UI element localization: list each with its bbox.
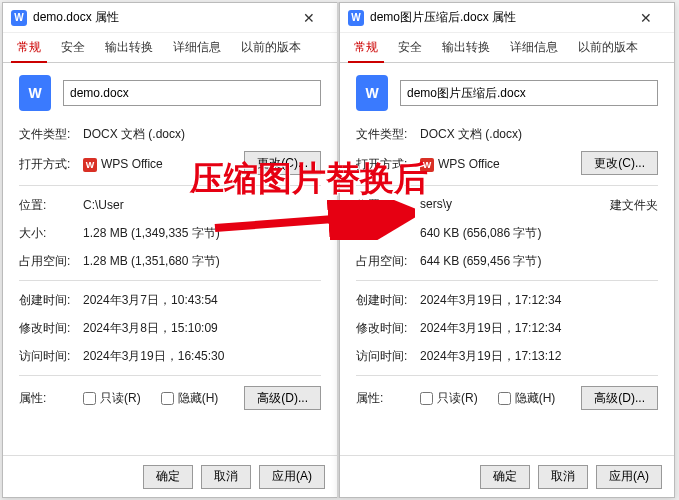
label-open: 打开方式: (19, 156, 83, 173)
wps-icon: W (83, 158, 97, 172)
close-icon[interactable]: ✕ (289, 4, 329, 32)
cancel-button[interactable]: 取消 (538, 465, 588, 489)
tab-previous[interactable]: 以前的版本 (568, 33, 648, 62)
value-size: 640 KB (656,086 字节) (420, 225, 658, 242)
label-size: 大小: (19, 225, 83, 242)
separator (356, 280, 658, 281)
window-title: demo.docx 属性 (33, 9, 289, 26)
label-loc: 位置: (356, 197, 420, 214)
separator (19, 280, 321, 281)
label-accessed: 访问时间: (19, 348, 83, 365)
hidden-checkbox[interactable]: 隐藏(H) (161, 390, 219, 407)
label-open: 打开方式: (356, 156, 420, 173)
value-modified: 2024年3月8日，15:10:09 (83, 320, 321, 337)
ok-button[interactable]: 确定 (143, 465, 193, 489)
value-open: WWPS Office (420, 157, 581, 172)
separator (356, 375, 658, 376)
label-type: 文件类型: (19, 126, 83, 143)
change-button[interactable]: 更改(C)... (244, 151, 321, 175)
tab-general[interactable]: 常规 (7, 33, 51, 62)
value-size: 1.28 MB (1,349,335 字节) (83, 225, 321, 242)
tab-general[interactable]: 常规 (344, 33, 388, 62)
label-modified: 修改时间: (19, 320, 83, 337)
readonly-checkbox[interactable]: 只读(R) (420, 390, 478, 407)
advanced-button[interactable]: 高级(D)... (244, 386, 321, 410)
value-disk: 644 KB (659,456 字节) (420, 253, 658, 270)
label-created: 创建时间: (356, 292, 420, 309)
label-modified: 修改时间: (356, 320, 420, 337)
label-disk: 占用空间: (356, 253, 420, 270)
properties-window-left: demo.docx 属性 ✕ 常规 安全 输出转换 详细信息 以前的版本 文件类… (2, 2, 338, 498)
footer: 确定 取消 应用(A) (3, 455, 337, 497)
wps-icon: W (420, 158, 434, 172)
value-accessed: 2024年3月19日，16:45:30 (83, 348, 321, 365)
footer: 确定 取消 应用(A) (340, 455, 674, 497)
filename-input[interactable] (400, 80, 658, 106)
properties-window-right: demo图片压缩后.docx 属性 ✕ 常规 安全 输出转换 详细信息 以前的版… (339, 2, 675, 498)
doc-icon (348, 10, 364, 26)
tab-output[interactable]: 输出转换 (432, 33, 500, 62)
close-icon[interactable]: ✕ (626, 4, 666, 32)
file-icon (356, 75, 388, 111)
label-type: 文件类型: (356, 126, 420, 143)
body: 文件类型:DOCX 文档 (.docx) 打开方式:WWPS Office更改(… (340, 63, 674, 455)
tabs: 常规 安全 输出转换 详细信息 以前的版本 (340, 33, 674, 63)
label-accessed: 访问时间: (356, 348, 420, 365)
readonly-checkbox[interactable]: 只读(R) (83, 390, 141, 407)
separator (19, 185, 321, 186)
apply-button[interactable]: 应用(A) (596, 465, 662, 489)
value-modified: 2024年3月19日，17:12:34 (420, 320, 658, 337)
filename-input[interactable] (63, 80, 321, 106)
label-attr: 属性: (19, 390, 83, 407)
label-attr: 属性: (356, 390, 420, 407)
label-disk: 占用空间: (19, 253, 83, 270)
value-created: 2024年3月19日，17:12:34 (420, 292, 658, 309)
separator (19, 375, 321, 376)
value-disk: 1.28 MB (1,351,680 字节) (83, 253, 321, 270)
file-icon (19, 75, 51, 111)
tab-security[interactable]: 安全 (51, 33, 95, 62)
label-size: 大小: (356, 225, 420, 242)
window-divider (337, 2, 339, 498)
change-button[interactable]: 更改(C)... (581, 151, 658, 175)
separator (356, 185, 658, 186)
apply-button[interactable]: 应用(A) (259, 465, 325, 489)
body: 文件类型:DOCX 文档 (.docx) 打开方式:WWPS Office更改(… (3, 63, 337, 455)
doc-icon (11, 10, 27, 26)
advanced-button[interactable]: 高级(D)... (581, 386, 658, 410)
titlebar[interactable]: demo.docx 属性 ✕ (3, 3, 337, 33)
tab-previous[interactable]: 以前的版本 (231, 33, 311, 62)
tab-details[interactable]: 详细信息 (500, 33, 568, 62)
label-created: 创建时间: (19, 292, 83, 309)
ok-button[interactable]: 确定 (480, 465, 530, 489)
cancel-button[interactable]: 取消 (201, 465, 251, 489)
value-open: WWPS Office (83, 157, 244, 172)
value-type: DOCX 文档 (.docx) (83, 126, 321, 143)
window-title: demo图片压缩后.docx 属性 (370, 9, 626, 26)
hidden-checkbox[interactable]: 隐藏(H) (498, 390, 556, 407)
value-created: 2024年3月7日，10:43:54 (83, 292, 321, 309)
value-type: DOCX 文档 (.docx) (420, 126, 658, 143)
tab-output[interactable]: 输出转换 (95, 33, 163, 62)
titlebar[interactable]: demo图片压缩后.docx 属性 ✕ (340, 3, 674, 33)
tab-details[interactable]: 详细信息 (163, 33, 231, 62)
value-loc: sers\y建文件夹 (420, 197, 658, 214)
label-loc: 位置: (19, 197, 83, 214)
value-accessed: 2024年3月19日，17:13:12 (420, 348, 658, 365)
value-loc: C:\User (83, 198, 321, 212)
tabs: 常规 安全 输出转换 详细信息 以前的版本 (3, 33, 337, 63)
tab-security[interactable]: 安全 (388, 33, 432, 62)
